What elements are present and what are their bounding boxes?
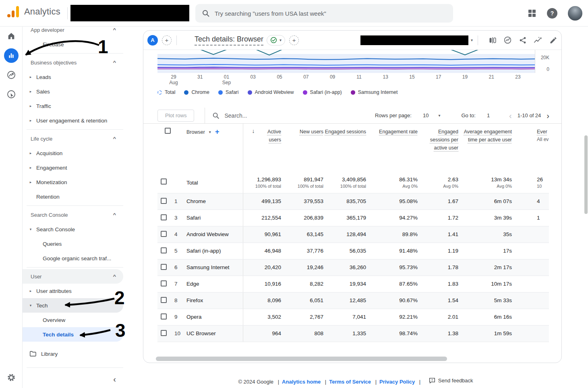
column-header-engaged-sessions[interactable]: Engaged sessions [323,124,366,172]
cell-value: 56,035 [323,243,366,259]
rows-per-page-caret-icon[interactable]: ▾ [438,113,440,118]
sidebar-item-sales[interactable]: ▸Sales [23,84,123,99]
select-all-checkbox[interactable] [157,124,174,172]
column-header-active-users[interactable]: ↓Active users [243,124,281,172]
edit-pencil-icon[interactable] [549,36,557,44]
admin-settings-button[interactable] [0,373,23,382]
sidebar-item-tech[interactable]: ▾Tech [23,298,123,313]
advertising-nav-button[interactable] [0,85,23,104]
sidebar-section-life-cycle[interactable]: Life cycle^ [23,131,123,146]
sidebar-section-search-console[interactable]: Search Console^ [23,207,123,222]
link-terms-of-service[interactable]: Terms of Service [329,379,371,385]
cell-value: 19,246 [281,259,323,276]
row-checkbox[interactable] [157,193,174,210]
insights-icon[interactable] [503,36,512,44]
redacted-date-range-picker[interactable] [360,35,468,45]
analytics-logo-icon[interactable] [6,5,20,18]
row-checkbox[interactable] [157,210,174,226]
sidebar-item-retention[interactable]: Retention [23,189,123,204]
sidebar-item-traffic[interactable]: ▸Traffic [23,99,123,113]
sidebar-section-app-developer[interactable]: App developer^ [23,27,123,37]
row-checkbox[interactable] [157,325,174,342]
reports-nav-button[interactable] [0,46,23,65]
row-checkbox[interactable] [157,292,174,309]
home-nav-button[interactable] [0,27,23,46]
add-dimension-icon[interactable]: + [215,128,219,136]
sidebar-item-search-console[interactable]: ▾Search Console [23,222,123,237]
help-icon[interactable]: ? [547,8,557,19]
global-search-input[interactable]: Try searching "users from USA last week" [195,4,453,23]
legend-item-samsung-internet[interactable]: Samsung Internet [351,89,398,95]
sparkline-insights-icon[interactable] [534,36,542,44]
sidebar-item-leads[interactable]: ▸Leads [23,70,123,84]
next-page-button[interactable]: › [547,112,549,120]
explore-nav-button[interactable] [0,65,23,85]
apps-grid-icon[interactable] [528,9,536,18]
total-value: 13m 34sAvg 0% [458,172,512,193]
column-header-average-engagement-time-per-active-user[interactable]: Average engagement time per active user [458,124,512,172]
plot-rows-button[interactable]: Plot rows [157,110,194,122]
previous-page-button[interactable]: ‹ [509,112,512,120]
sidebar-item-engagement[interactable]: ▸Engagement [23,160,123,175]
cell-value: 1.41 [418,226,458,243]
sort-descending-icon[interactable]: ↓ [252,128,255,134]
share-icon[interactable] [519,36,527,44]
total-checkbox[interactable] [157,172,174,193]
sidebar-section-label: Business objectives [31,60,77,66]
column-header-ever[interactable]: EverAll ev [512,124,549,172]
cell-value [512,309,549,325]
sidebar-collapse-chevron[interactable]: ‹ [113,375,116,384]
sidebar-section-user[interactable]: User^ [23,269,123,284]
compare-icon[interactable] [489,36,497,44]
add-report-button[interactable]: + [289,35,299,45]
report-avatar[interactable]: A [147,35,158,46]
y-tick-0: 0 [547,66,549,72]
page-range: 1-10 of 24 [518,112,541,118]
table-total-row: Total1,296,893100% of total891,947100% o… [157,172,549,193]
horizontal-scrollbar[interactable] [156,357,447,361]
sidebar-item-acquisition[interactable]: ▸Acquisition [23,146,123,160]
add-collaborator-button[interactable]: + [162,35,172,45]
rows-per-page-value[interactable]: 10 [423,112,429,118]
row-checkbox[interactable] [157,259,174,276]
row-checkbox[interactable] [157,276,174,292]
sidebar-item-tech-details[interactable]: Tech details [23,327,123,342]
link-privacy-policy[interactable]: Privacy Policy [379,379,415,385]
dimension-caret-icon[interactable]: ▾ [209,130,211,134]
vertical-scrollbar[interactable] [584,135,588,214]
sidebar-item-library[interactable]: Library [23,347,123,361]
goto-page-value[interactable]: 1 [487,112,490,118]
user-avatar[interactable] [568,6,582,21]
dimension-header[interactable]: Browser▾+ [186,124,243,172]
sidebar-section-business-objectives[interactable]: Business objectives^ [23,55,123,70]
date-range-caret-icon[interactable]: ▾ [471,38,473,42]
legend-item-safari-in-app[interactable]: Safari (in-app) [303,89,342,95]
sidebar-item-queries[interactable]: Queries [23,237,123,251]
sidebar-item-google-organic-search-traf[interactable]: Google organic search traf... [23,251,123,266]
legend-dot-icon [157,90,162,95]
chart-plot-area[interactable] [157,50,535,73]
legend-item-safari[interactable]: Safari [218,89,239,95]
send-feedback-button[interactable]: Send feedback [429,378,473,384]
report-title[interactable]: Tech details: Browser [195,35,263,46]
sidebar-sections: App developer^FirebaseBusiness objective… [23,27,123,342]
sidebar-item-monetization[interactable]: ▸Monetization [23,175,123,189]
column-header-engaged-sessions-per-active-user[interactable]: Engaged sessions per active user [418,124,458,172]
legend-item-total[interactable]: Total [157,89,175,95]
column-header-engagement-rate[interactable]: Engagement rate [366,124,418,172]
row-checkbox[interactable] [157,309,174,325]
sidebar-item-user-engagement-retention[interactable]: ▸User engagement & retention [23,113,123,128]
legend-item-chrome[interactable]: Chrome [184,89,209,95]
redacted-account-selector[interactable] [70,5,189,21]
sidebar-item-overview[interactable]: Overview [23,313,123,327]
column-header-new-users[interactable]: New users [281,124,323,172]
cell-value: 1.38 [418,325,458,342]
link-analytics-home[interactable]: Analytics home [282,379,321,385]
legend-item-android-webview[interactable]: Android Webview [248,89,294,95]
report-status-pill[interactable]: ▾ [267,35,285,46]
sidebar-item-user-attributes[interactable]: ▸User attributes [23,284,123,298]
left-nav-rail [0,27,23,388]
row-checkbox[interactable] [157,243,174,259]
table-search-input[interactable]: Search... [212,112,247,119]
row-checkbox[interactable] [157,226,174,243]
